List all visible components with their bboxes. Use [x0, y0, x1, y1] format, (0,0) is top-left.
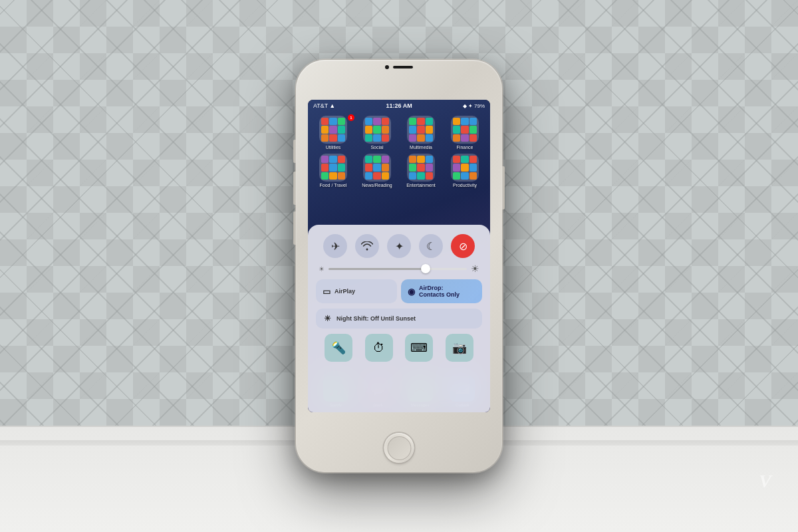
- flashlight-icon: 🔦: [331, 340, 346, 355]
- location-icon: ◆: [463, 103, 467, 109]
- night-shift-icon: ☀: [324, 314, 331, 323]
- carrier-label: AT&T: [313, 102, 328, 109]
- top-hardware: [385, 65, 413, 69]
- screen: AT&T ▲ 11:26 AM ◆ ✦ 79%: [308, 100, 490, 412]
- camera-icon: 📷: [452, 340, 467, 355]
- volume-down-button[interactable]: [293, 211, 296, 245]
- app-grid: 1 Utilities: [308, 112, 490, 192]
- feature-row: ▭ AirPlay ◉ AirDrop: Contacts Only: [316, 279, 482, 303]
- quick-actions-row: 🔦 ⏱ ⌨ 📷: [316, 334, 482, 362]
- control-center: ✈ ✦ ☾ ⊘ ☀: [308, 225, 490, 412]
- bluetooth-button[interactable]: ✦: [387, 234, 411, 258]
- folder-food-travel-icon: [319, 154, 347, 182]
- brightness-min-icon: ☀: [319, 265, 325, 273]
- timer-icon: ⏱: [373, 341, 385, 355]
- brightness-max-icon: ☀: [471, 263, 479, 274]
- airdrop-label: AirDrop:: [419, 285, 460, 291]
- phone-wrapper: AT&T ▲ 11:26 AM ◆ ✦ 79%: [296, 60, 502, 472]
- bluetooth-icon: ✦: [468, 103, 473, 109]
- status-bar: AT&T ▲ 11:26 AM ◆ ✦ 79%: [308, 100, 490, 112]
- folder-utilities[interactable]: 1 Utilities: [313, 116, 353, 150]
- folder-finance-label: Finance: [457, 145, 473, 150]
- battery-label: 79%: [474, 103, 485, 109]
- folder-news-label: News/Reading: [362, 183, 392, 188]
- notification-badge: 1: [348, 114, 354, 121]
- airdrop-icon: ◉: [408, 287, 415, 297]
- folder-food-travel[interactable]: Food / Travel: [313, 154, 353, 188]
- wifi-button[interactable]: [355, 234, 379, 258]
- folder-productivity[interactable]: Productivity: [445, 154, 485, 188]
- calculator-icon: ⌨: [410, 340, 428, 355]
- brightness-slider[interactable]: [329, 268, 467, 270]
- camera-dot: [385, 65, 389, 69]
- night-shift-button[interactable]: ☀ Night Shift: Off Until Sunset: [316, 309, 482, 329]
- airplay-icon: ▭: [323, 287, 331, 297]
- folder-entertainment[interactable]: Entertainment: [401, 154, 441, 188]
- camera-button[interactable]: 📷: [446, 334, 473, 362]
- folder-finance-icon: [451, 116, 479, 144]
- home-button[interactable]: [384, 433, 414, 463]
- folder-multimedia-icon: [407, 116, 435, 144]
- speaker-grille: [393, 66, 413, 68]
- folder-utilities-label: Utilities: [326, 145, 341, 150]
- airplay-button[interactable]: ▭ AirPlay: [316, 279, 397, 303]
- iphone: AT&T ▲ 11:26 AM ◆ ✦ 79%: [296, 60, 502, 472]
- folder-multimedia-label: Multimedia: [410, 145, 432, 150]
- status-left: AT&T ▲: [313, 102, 335, 109]
- power-button[interactable]: [502, 166, 505, 209]
- home-screen: AT&T ▲ 11:26 AM ◆ ✦ 79%: [308, 100, 490, 412]
- verge-logo: V: [759, 471, 771, 492]
- folder-social-label: Social: [370, 145, 383, 150]
- do-not-disturb-button[interactable]: ☾: [419, 234, 443, 258]
- airplane-mode-button[interactable]: ✈: [323, 234, 347, 258]
- folder-multimedia[interactable]: Multimedia: [401, 116, 441, 150]
- night-shift-label: Night Shift: Off Until Sunset: [336, 315, 416, 322]
- status-right: ◆ ✦ 79%: [463, 103, 485, 109]
- airdrop-button[interactable]: ◉ AirDrop: Contacts Only: [401, 279, 482, 303]
- toggle-row: ✈ ✦ ☾ ⊘: [316, 234, 482, 258]
- airdrop-subtitle: Contacts Only: [419, 291, 460, 298]
- folder-entertainment-label: Entertainment: [406, 183, 436, 188]
- airdrop-text: AirDrop: Contacts Only: [419, 285, 460, 298]
- home-button-inner: [387, 436, 411, 460]
- brightness-thumb[interactable]: [421, 264, 430, 273]
- brightness-slider-row: ☀ ☀: [316, 263, 482, 274]
- folder-entertainment-icon: [407, 154, 435, 182]
- folder-food-travel-label: Food / Travel: [320, 183, 347, 188]
- volume-up-button[interactable]: [293, 172, 296, 205]
- folder-news[interactable]: News/Reading: [357, 154, 397, 188]
- folder-news-icon: [363, 154, 391, 182]
- clock: 11:26 AM: [386, 102, 412, 109]
- folder-utilities-icon: [319, 116, 347, 144]
- airplay-label: AirPlay: [334, 288, 355, 295]
- timer-button[interactable]: ⏱: [365, 334, 393, 362]
- folder-social[interactable]: Social: [357, 116, 397, 150]
- folder-social-icon: [363, 116, 391, 144]
- screen-lock-button[interactable]: ⊘: [451, 234, 475, 258]
- folder-productivity-label: Productivity: [453, 183, 477, 188]
- folder-productivity-icon: [451, 154, 479, 182]
- calculator-button[interactable]: ⌨: [405, 334, 433, 362]
- flashlight-button[interactable]: 🔦: [325, 334, 352, 362]
- wifi-icon: ▲: [329, 102, 335, 109]
- folder-finance[interactable]: Finance: [445, 116, 485, 150]
